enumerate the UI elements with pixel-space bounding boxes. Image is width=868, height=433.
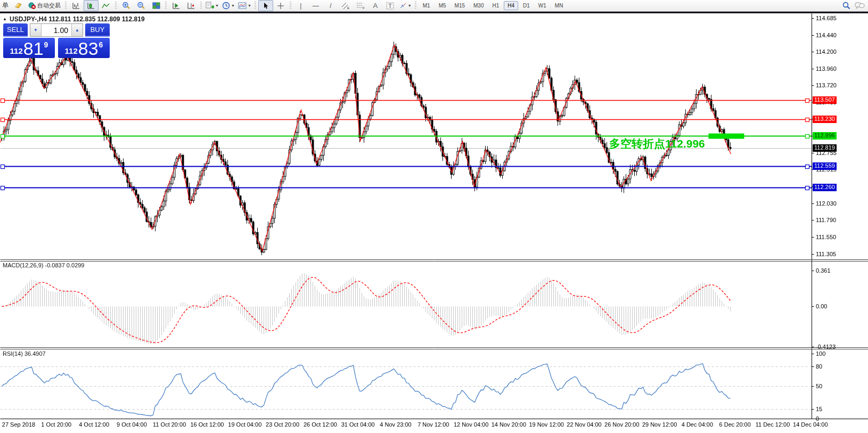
- timeframe-button-d1[interactable]: D1: [519, 1, 534, 10]
- timeframe-button-m1[interactable]: M1: [419, 1, 434, 10]
- price-axis-tick: 114.685: [816, 15, 837, 21]
- buy-price-pip: 6: [99, 40, 103, 49]
- dropdown-caret-icon: ▼: [231, 4, 235, 7]
- price-line-label: 112.996: [813, 132, 837, 140]
- sell-price-main: 81: [23, 40, 44, 56]
- text-tool-button[interactable]: A: [368, 0, 383, 11]
- zoom-in-button[interactable]: [119, 0, 134, 11]
- time-axis-label: 19 Nov 12:00: [529, 421, 563, 428]
- price-axis-tick: 113.720: [816, 82, 837, 88]
- macd-label: MACD(12,26,9) -0.0837 0.0299: [3, 262, 84, 268]
- timeframe-button-h4[interactable]: H4: [504, 1, 518, 10]
- time-axis-label: 4 Nov 23:00: [380, 421, 411, 428]
- svg-text:E: E: [347, 6, 349, 10]
- horizontal-line-tool-button[interactable]: —: [308, 0, 323, 11]
- candlestick-chart-button[interactable]: [84, 0, 99, 11]
- zoom-in-icon: [122, 2, 130, 10]
- timeframe-button-h1[interactable]: H1: [488, 1, 503, 10]
- equidistant-channel-icon: E: [341, 2, 350, 10]
- indicators-button[interactable]: ▼: [204, 0, 220, 11]
- price-axis-tick: 111.790: [816, 217, 836, 223]
- price-line-label: 112.819: [813, 144, 837, 152]
- time-axis-label: 14 Dec 04:00: [793, 421, 828, 428]
- toolbar: 单 自动交易: [0, 0, 868, 12]
- price-axis-tick: 111.550: [816, 234, 836, 240]
- bar-chart-button[interactable]: [69, 0, 84, 11]
- timeframe-button-mn[interactable]: MN: [551, 1, 567, 10]
- clock-icon: [222, 2, 230, 10]
- search-icon[interactable]: [842, 2, 850, 10]
- toolbar-grip: [115, 2, 117, 10]
- dropdown-caret-icon: ▼: [408, 4, 412, 7]
- cursor-tool-button[interactable]: [258, 0, 273, 11]
- new-order-button[interactable]: 单: [2, 1, 9, 10]
- price-axis-tick: 111.305: [816, 251, 836, 257]
- price-line-label: 113.230: [813, 116, 837, 123]
- rsi-axis-tick: 80: [816, 363, 822, 370]
- journal-icon[interactable]: [11, 0, 26, 11]
- macd-axis-tick: 0.361: [816, 267, 831, 274]
- time-axis-label: 7 Nov 12:00: [417, 421, 449, 428]
- timeframe-button-m15[interactable]: M15: [451, 1, 469, 10]
- timeframe-button-w1[interactable]: W1: [535, 1, 550, 10]
- toolbar-grip: [290, 2, 291, 10]
- channel-tool-button[interactable]: E: [338, 0, 353, 11]
- time-axis-label: 11 Dec 12:00: [756, 421, 790, 428]
- dropdown-caret-icon: ▼: [248, 4, 251, 7]
- collapse-panel-icon[interactable]: ▲: [3, 17, 7, 21]
- zoom-out-button[interactable]: [134, 0, 149, 11]
- buy-price-button[interactable]: 112 83 6: [58, 38, 110, 58]
- fibonacci-tool-button[interactable]: F: [353, 0, 368, 11]
- time-axis-label: 4 Oct 12:00: [79, 421, 109, 428]
- templates-button[interactable]: ▼: [236, 0, 253, 11]
- time-axis-label: 19 Oct 04:00: [228, 421, 261, 428]
- line-chart-button[interactable]: [99, 0, 113, 11]
- chart-shift-button[interactable]: [184, 0, 199, 11]
- svg-text:T: T: [389, 3, 392, 9]
- toolbar-grip: [200, 2, 202, 10]
- volume-increase-button[interactable]: ▲: [71, 24, 83, 36]
- add-indicator-icon: [206, 2, 214, 10]
- price-axis-tick: 112.030: [816, 200, 837, 207]
- arrows-tool-button[interactable]: ▼: [398, 0, 413, 11]
- candlestick-chart-icon: [87, 2, 95, 10]
- autotrade-label: 自动交易: [37, 2, 61, 10]
- time-axis-label: 29 Nov 12:00: [642, 421, 677, 428]
- price-axis-tick: 114.440: [816, 32, 837, 38]
- time-axis-label: 31 Oct 04:00: [341, 421, 375, 428]
- toolbar-grip: [255, 2, 256, 10]
- autotrade-button[interactable]: 自动交易: [26, 0, 63, 11]
- price-line-label: 113.507: [813, 96, 837, 104]
- fibonacci-icon: F: [356, 2, 365, 10]
- sell-price-button[interactable]: 112 81 9: [3, 38, 55, 58]
- time-axis-label: 1 Oct 20:00: [41, 421, 71, 428]
- sell-label[interactable]: SELL: [3, 23, 28, 37]
- chat-icon[interactable]: [855, 2, 865, 10]
- gold-book-icon: [14, 2, 22, 9]
- tile-windows-button[interactable]: [149, 0, 163, 11]
- time-axis-label: 4 Dec 04:00: [682, 421, 713, 428]
- bar-chart-icon: [72, 2, 80, 10]
- periods-button[interactable]: ▼: [220, 0, 236, 11]
- chart-canvas[interactable]: [0, 13, 868, 433]
- volume-value[interactable]: 1.00: [42, 24, 71, 36]
- arrows-icon: [399, 2, 407, 9]
- volume-decrease-button[interactable]: ▼: [30, 24, 42, 36]
- time-axis-label: 23 Oct 20:00: [266, 421, 299, 428]
- text-label-tool-button[interactable]: T: [383, 0, 398, 11]
- crosshair-tool-button[interactable]: [273, 0, 288, 11]
- timeframe-button-m30[interactable]: M30: [470, 1, 487, 10]
- time-axis-label: 14 Nov 20:00: [492, 421, 526, 428]
- timeframe-button-m5[interactable]: M5: [435, 1, 450, 10]
- toolbar-grip: [65, 2, 67, 10]
- vertical-line-tool-button[interactable]: |: [293, 0, 308, 11]
- price-line-label: 112.260: [813, 184, 837, 191]
- one-click-trading-panel: SELL ▼ 1.00 ▲ BUY 112 81 9 112 83 6: [3, 23, 110, 58]
- time-axis-label: 26 Oct 12:00: [304, 421, 337, 428]
- buy-label[interactable]: BUY: [85, 23, 110, 37]
- time-axis-label: 26 Nov 20:00: [604, 421, 639, 428]
- tile-windows-icon: [152, 2, 160, 9]
- toolbar-grip: [415, 2, 416, 10]
- auto-scroll-button[interactable]: [169, 0, 184, 11]
- trendline-tool-button[interactable]: /: [323, 0, 338, 11]
